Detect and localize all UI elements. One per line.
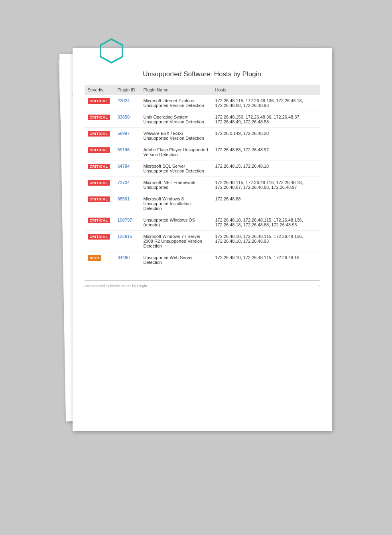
- cell-hosts: 172.26.48.88: [212, 193, 320, 214]
- cell-hosts: 172.26.48.115, 172.26.48.116, 172.26.48.…: [212, 177, 320, 193]
- table-row: CRITICAL 122615 Microsoft Windows 7 / Se…: [85, 231, 320, 252]
- cell-hosts: 172.26.48.10, 172.26.48.115, 172.26.48.1…: [212, 214, 320, 231]
- page-hosts-by-plugin: Unsupported Software: Hosts by Plugin Se…: [73, 48, 332, 431]
- cell-plugin-id: 122615: [114, 231, 140, 252]
- cell-plugin-id: 56997: [114, 128, 140, 144]
- table-row: CRITICAL 33850 Unix Operating System Uns…: [85, 111, 320, 128]
- cell-plugin-id: 34460: [114, 252, 140, 268]
- table-row: CRITICAL 108797 Unsupported Windows OS (…: [85, 214, 320, 231]
- cell-hosts: 172.26.48.10, 172.26.48.115, 172.26.48.1…: [212, 252, 320, 268]
- cell-plugin-id: 59196: [114, 144, 140, 160]
- table-header-row: Severity Plugin ID Plugin Name Hosts: [85, 85, 320, 95]
- plugin-link[interactable]: 108797: [118, 218, 132, 222]
- cell-hosts: 172.26.48.88, 172.26.48.97: [212, 144, 320, 160]
- plugin-link[interactable]: 56997: [118, 131, 130, 136]
- table-row: CRITICAL 59196 Adobe Flash Player Unsupp…: [85, 144, 320, 160]
- cell-severity: CRITICAL: [85, 95, 114, 111]
- teal-hexagon-icon: [98, 38, 124, 64]
- th-plugin-name: Plugin Name: [140, 85, 212, 95]
- footer-right: 5: [317, 284, 319, 288]
- cell-hosts: 172.26.48.150, 172.26.48.36, 172.26.48.3…: [212, 111, 320, 128]
- cell-hosts: 172.26.48.115, 172.26.48.136, 172.26.48.…: [212, 95, 320, 111]
- plugin-link[interactable]: 64784: [118, 164, 130, 168]
- cell-severity: CRITICAL: [85, 128, 114, 144]
- cell-severity: CRITICAL: [85, 111, 114, 128]
- severity-badge: CRITICAL: [88, 115, 110, 120]
- cell-severity: CRITICAL: [85, 177, 114, 193]
- plugin-link[interactable]: 22024: [118, 98, 130, 103]
- plugin-link[interactable]: 59196: [118, 147, 130, 152]
- table-row: CRITICAL 22024 Microsoft Internet Explor…: [85, 95, 320, 111]
- plugin-link[interactable]: 88561: [118, 196, 130, 201]
- th-severity: Severity: [85, 85, 114, 95]
- severity-badge: CRITICAL: [88, 218, 110, 223]
- footer-left: Unsupported Software: Hosts by Plugin: [85, 284, 147, 288]
- plugin-link[interactable]: 122615: [118, 234, 132, 239]
- severity-badge: CRITICAL: [88, 234, 110, 240]
- cell-plugin-name: Adobe Flash Player Unsupported Version D…: [140, 144, 212, 160]
- cell-plugin-id: 64784: [114, 160, 140, 177]
- plugin-link[interactable]: 34460: [118, 255, 130, 260]
- cell-plugin-id: 72704: [114, 177, 140, 193]
- cell-plugin-name: Unix Operating System Unsupported Versio…: [140, 111, 212, 128]
- cell-plugin-name: Unsupported Windows OS (remote): [140, 214, 212, 231]
- cell-plugin-id: 88561: [114, 193, 140, 214]
- cell-severity: HIGH: [85, 252, 114, 268]
- cell-hosts: 172.26.0.149, 172.26.48.20: [212, 128, 320, 144]
- cell-severity: CRITICAL: [85, 160, 114, 177]
- footer: Unsupported Software: Hosts by Plugin 5: [85, 281, 320, 288]
- severity-badge: CRITICAL: [88, 196, 110, 202]
- cell-plugin-name: Microsoft Internet Explorer Unsupported …: [140, 95, 212, 111]
- hosts-by-plugin-table: Severity Plugin ID Plugin Name Hosts CRI…: [85, 85, 320, 268]
- severity-badge: CRITICAL: [88, 180, 110, 186]
- plugin-link[interactable]: 33850: [118, 115, 130, 119]
- svg-marker-0: [100, 39, 122, 63]
- cell-plugin-name: Microsoft Windows 7 / Server 2008 R2 Uns…: [140, 231, 212, 252]
- th-hosts: Hosts: [212, 85, 320, 95]
- cell-plugin-name: Microsoft Windows 8 Unsupported Installa…: [140, 193, 212, 214]
- cell-hosts: 172.26.48.15, 172.26.48.18: [212, 160, 320, 177]
- pages-container: TABLE OF CONTENTS Unsupported Software: …: [61, 48, 332, 487]
- cell-plugin-name: Microsoft .NET Framework Unsupported: [140, 177, 212, 193]
- table-row: HIGH 34460 Unsupported Web Server Detect…: [85, 252, 320, 268]
- cell-severity: CRITICAL: [85, 231, 114, 252]
- cell-plugin-id: 33850: [114, 111, 140, 128]
- cell-plugin-name: Microsoft SQL Server Unsupported Version…: [140, 160, 212, 177]
- cell-severity: CRITICAL: [85, 144, 114, 160]
- cell-plugin-name: Unsupported Web Server Detection: [140, 252, 212, 268]
- severity-badge: CRITICAL: [88, 131, 110, 137]
- plugin-link[interactable]: 72704: [118, 180, 130, 185]
- cell-severity: CRITICAL: [85, 193, 114, 214]
- severity-badge: CRITICAL: [88, 98, 110, 104]
- cell-plugin-name: VMware ESX / ESXi Unsupported Version De…: [140, 128, 212, 144]
- th-plugin-id: Plugin ID: [114, 85, 140, 95]
- table-row: CRITICAL 64784 Microsoft SQL Server Unsu…: [85, 160, 320, 177]
- severity-badge: HIGH: [88, 255, 102, 261]
- table-row: CRITICAL 56997 VMware ESX / ESXi Unsuppo…: [85, 128, 320, 144]
- table-row: CRITICAL 88561 Microsoft Windows 8 Unsup…: [85, 193, 320, 214]
- cell-severity: CRITICAL: [85, 214, 114, 231]
- table-row: CRITICAL 72704 Microsoft .NET Framework …: [85, 177, 320, 193]
- cell-plugin-id: 108797: [114, 214, 140, 231]
- front-title: Unsupported Software: Hosts by Plugin: [85, 70, 320, 78]
- cell-hosts: 172.26.48.10, 172.26.48.115, 172.26.48.1…: [212, 231, 320, 252]
- severity-badge: CRITICAL: [88, 147, 110, 153]
- severity-badge: CRITICAL: [88, 164, 110, 169]
- cell-plugin-id: 22024: [114, 95, 140, 111]
